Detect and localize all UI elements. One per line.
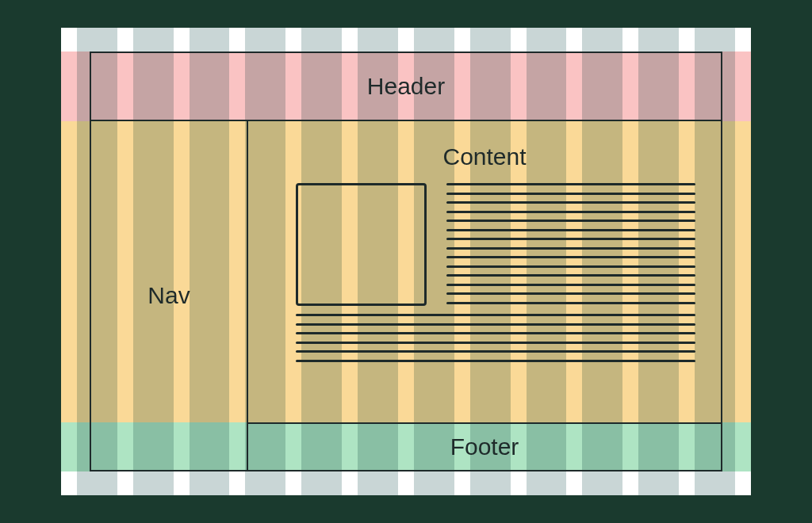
text-line-placeholders-full xyxy=(296,314,695,362)
content-label: Content xyxy=(442,143,526,170)
image-placeholder xyxy=(296,183,427,306)
content-body xyxy=(296,183,695,405)
header-label: Header xyxy=(367,73,445,100)
text-line-placeholders-right xyxy=(446,183,695,304)
nav-label: Nav xyxy=(147,282,190,309)
layout-diagram: Header Nav Content xyxy=(61,28,751,495)
header-region: Header xyxy=(90,52,722,121)
nav-region: Nav xyxy=(90,121,248,471)
footer-region: Footer xyxy=(248,422,722,471)
content-region: Content xyxy=(248,121,722,422)
footer-label: Footer xyxy=(450,433,519,460)
layout-grid: Header Nav Content xyxy=(90,52,722,471)
